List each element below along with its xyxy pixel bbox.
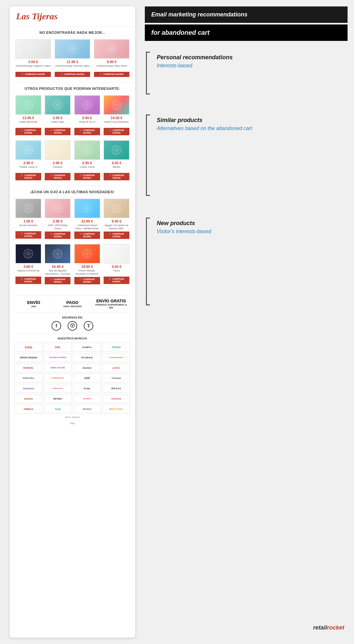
rr-suffix: rocket: [327, 624, 344, 631]
product-card: 2.90 €Phildar Coton 3🛒 COMPRAR AHORA: [14, 139, 42, 182]
brand-item[interactable]: Hoöoked: [14, 384, 42, 393]
product-image: [15, 199, 41, 218]
brand-item[interactable]: BRITTANY: [102, 404, 130, 413]
product-name: Schachenmayr Silky Shine: [94, 64, 129, 70]
buy-button[interactable]: 🛒 COMPRAR AHORA: [94, 72, 129, 77]
buy-button[interactable]: 🛒 COMPRAR AHORA: [15, 231, 41, 239]
logo-text: Las Tijeras: [16, 11, 58, 21]
product-grid-section1: 3.50 €Schachenmayr Organic Cotton🛒 COMPR…: [14, 38, 130, 79]
brand-item[interactable]: DAMAPATCH: [44, 374, 72, 383]
brand-item[interactable]: Gütermann: [44, 384, 72, 393]
brand-item[interactable]: REGIA: [102, 384, 130, 393]
buy-button[interactable]: 🛒 COMPRAR AHORA: [104, 173, 129, 180]
brand-item[interactable]: Sew Easy: [73, 404, 101, 413]
product-name: Phildar Coton 3: [15, 166, 41, 171]
buy-button[interactable]: 🛒 COMPRAR AHORA: [45, 232, 70, 239]
brand-item[interactable]: FISKARS: [102, 394, 130, 403]
annotation-main-3: New products: [157, 220, 211, 227]
product-image: [45, 140, 70, 160]
product-name: Katia Harmonia: [15, 120, 41, 126]
brand-item[interactable]: ROWAN: [73, 353, 101, 362]
buy-button[interactable]: 🛒 COMPRAR AHORA: [45, 173, 70, 180]
product-name: Schachenmayr Organic Cotton: [15, 64, 51, 70]
annotation-subtitle: for abandoned cart: [145, 24, 348, 41]
brand-item[interactable]: katia: [14, 343, 42, 352]
instagram-icon[interactable]: Ⓥ: [68, 321, 77, 331]
brand-item[interactable]: Scheepjes: [102, 374, 130, 383]
brand-item[interactable]: DMC: [44, 343, 72, 352]
brand-item[interactable]: OMEGA: [14, 404, 42, 413]
product-card: 2.95 €Cotton 100%🛒 COMPRAR AHORA: [73, 139, 101, 182]
brand-item[interactable]: Debbie Bliss: [14, 374, 42, 383]
social-section: SÍGUENOS EN: f Ⓥ 𝕋: [14, 316, 130, 331]
brand-item[interactable]: Schachenmayr: [102, 353, 130, 362]
brand-item[interactable]: VALERIA DI ROMA: [44, 353, 72, 362]
baja-link[interactable]: Baja: [14, 420, 130, 426]
product-price: 2.95 €: [45, 161, 70, 165]
buy-button[interactable]: 🛒 COMPRAR AHORA: [55, 72, 90, 77]
product-name: Anchor Mouliné: [15, 224, 41, 230]
retailrocket-logo: retailrocket: [313, 624, 344, 631]
buy-button[interactable]: 🛒 COMPRAR AHORA: [74, 173, 100, 180]
buy-button[interactable]: 🛒 COMPRAR AHORA: [74, 277, 100, 284]
product-card: 2.65 €Katia Capri🛒 COMPRAR AHORA: [44, 94, 71, 137]
product-card: 9.90 €Schachenmayr Silky Shine🛒 COMPRAR …: [93, 38, 130, 79]
brand-item[interactable]: addi: [73, 374, 101, 383]
brand-item[interactable]: KnitPro: [73, 343, 101, 352]
brand-item[interactable]: phildar: [102, 363, 130, 372]
buy-button[interactable]: 🛒 COMPRAR AHORA: [15, 173, 41, 180]
buy-button[interactable]: 🛒 COMPRAR AHORA: [74, 128, 100, 135]
annotation-sub-2: Alternatives based on the abandoned cart: [157, 125, 252, 132]
buy-button[interactable]: 🛒 COMPRAR AHORA: [15, 277, 41, 284]
product-price: 3.80 €: [15, 265, 41, 269]
buy-button[interactable]: 🛒 COMPRAR AHORA: [45, 128, 70, 135]
brand-item[interactable]: Hemline: [14, 394, 42, 403]
brand-item[interactable]: Clover: [102, 343, 130, 352]
product-name: Punch Needle. Bordado en Relieve: [74, 269, 100, 275]
brand-item[interactable]: HPONY: [44, 394, 72, 403]
brand-item[interactable]: EURO COLORS: [44, 363, 72, 372]
retailrocket-section: retailrocket: [145, 618, 348, 638]
section2-title: OTROS PRODUCTOS QUE PODRÍAN INTERESARTE:: [14, 87, 130, 90]
product-image: [15, 95, 41, 115]
brand-item[interactable]: Tulip: [44, 404, 72, 413]
bracket-3: [145, 216, 152, 307]
product-image: [104, 95, 129, 115]
product-name: Katia Capri: [45, 120, 70, 126]
product-name: Floca: [104, 269, 129, 275]
product-image: [45, 95, 70, 115]
buy-button[interactable]: 🛒 COMPRAR AHORA: [104, 128, 129, 135]
brand-item[interactable]: Anchor: [73, 363, 101, 372]
brand-item[interactable]: MONDIAL: [14, 363, 42, 372]
facebook-icon[interactable]: f: [51, 321, 61, 331]
product-card: 1.55 €Anchor Mouliné🛒 COMPRAR AHORA: [14, 197, 42, 241]
product-card: 4.50 €Menfis🛒 COMPRAR AHORA: [103, 139, 130, 182]
product-image: [104, 199, 129, 218]
product-image: [104, 140, 129, 160]
buy-button[interactable]: 🛒 COMPRAR AHORA: [15, 128, 41, 135]
twitter-icon[interactable]: 𝕋: [84, 321, 93, 331]
brands-section: NUESTRAS MARCAS katiaDMCKnitProCloverDRO…: [14, 333, 130, 413]
brand-item[interactable]: DROPS DESIGN: [14, 353, 42, 362]
buy-button[interactable]: 🛒 COMPRAR AHORA: [74, 232, 100, 239]
brand-item[interactable]: Prüm: [73, 384, 101, 393]
shipping-bar: ENVÍO24H PAGO100% SEGURO ENVÍO GRATISPED…: [14, 295, 130, 313]
product-card: 0.80 €Drops ♥ You 9🛒 COMPRAR AHORA: [73, 94, 101, 137]
product-grid-section2-row1: 13.95 €Katia Harmonia🛒 COMPRAR AHORA 2.6…: [14, 94, 130, 137]
bracket-1: [145, 51, 152, 96]
product-image: [94, 39, 129, 59]
buy-button[interactable]: 🛒 COMPRAR AHORA: [104, 232, 129, 239]
product-image: [74, 244, 100, 263]
product-card: 31.99 €Cañamazo Royal Paris - Méditerran…: [73, 197, 101, 241]
buy-button[interactable]: 🛒 COMPRAR AHORA: [104, 277, 129, 284]
bracket-2: [145, 113, 152, 197]
product-price: 16.95 €: [45, 265, 70, 269]
brand-item[interactable]: HiyaHiya: [73, 394, 101, 403]
product-name: DMC 100% Baby Cotton: [45, 224, 70, 230]
annotation-main-1: Personal recommendations: [157, 54, 233, 61]
product-image: [74, 140, 100, 160]
buy-button[interactable]: 🛒 COMPRAR AHORA: [15, 72, 51, 77]
buy-button[interactable]: 🛒 COMPRAR AHORA: [45, 277, 70, 284]
product-price: 2.95 €: [74, 161, 100, 165]
product-name: Valeria di Roma Iris: [15, 269, 41, 275]
